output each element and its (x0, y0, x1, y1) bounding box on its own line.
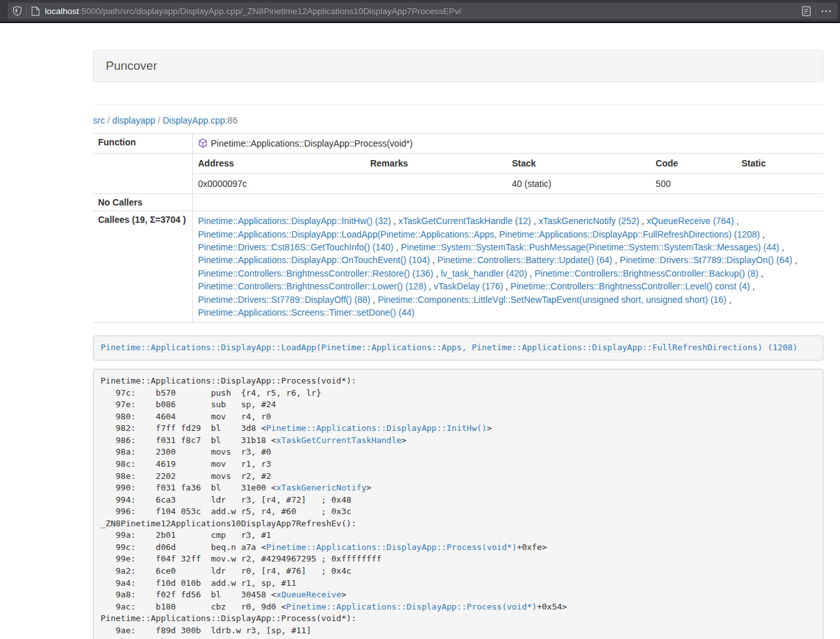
line-number-suffix: :86 (225, 115, 237, 125)
callee-separator: , (793, 255, 798, 265)
highlighted-symbol-box: Pinetime::Applications::DisplayApp::Load… (93, 336, 823, 360)
callee-separator: , (430, 255, 438, 265)
callee-separator: , (760, 229, 765, 239)
package-icon (198, 138, 208, 148)
stats-row: 0x0000097c 40 (static) 500 (193, 174, 823, 193)
callee-link[interactable]: lv_task_handler (420) (441, 268, 527, 279)
table-row: Function Pinetime::Applications::Display… (93, 134, 823, 154)
symbol-link[interactable]: Pinetime::Applications::DisplayApp::Init… (266, 423, 486, 433)
url-bar-divider (26, 5, 27, 17)
callee-link[interactable]: Pinetime::System::SystemTask::PushMessag… (401, 242, 780, 252)
callee-link[interactable]: Pinetime::Controllers::Battery::Update()… (438, 255, 613, 265)
stats-value-address: 0x0000097c (193, 174, 365, 193)
callee-link[interactable]: Pinetime::Drivers::Cst816S::GetTouchInfo… (198, 242, 393, 252)
url-bar-divider (816, 5, 816, 17)
callee-link[interactable]: Pinetime::Applications::DisplayApp::Init… (198, 216, 391, 226)
stats-value-remarks (365, 174, 507, 193)
stats-header-address: Address (193, 154, 365, 174)
callee-link[interactable]: Pinetime::Components::LittleVgl::SetNewT… (378, 295, 727, 305)
callee-separator: , (779, 242, 784, 252)
symbol-link[interactable]: xTaskGetCurrentTaskHandle (276, 435, 402, 445)
callee-separator: , (759, 268, 764, 279)
stats-value-code: 500 (650, 174, 736, 193)
callee-separator: , (531, 216, 539, 226)
callee-separator: , (727, 295, 732, 305)
url-host[interactable]: localhost (45, 6, 79, 16)
url-path[interactable]: :5000/path/src/displayapp/DisplayApp.cpp… (79, 6, 461, 16)
callee-link[interactable]: Pinetime::Controllers::BrightnessControl… (534, 268, 758, 279)
stats-value-static (736, 174, 823, 193)
page-actions-icon[interactable]: ••• (821, 7, 832, 15)
callee-link[interactable]: xQueueReceive (764) (646, 216, 734, 226)
callee-separator: , (503, 281, 511, 291)
breadcrumb-link[interactable]: displayapp (112, 115, 155, 125)
stats-table: Address Remarks Stack Code Static 0x0000… (193, 154, 823, 193)
callee-separator: , (370, 295, 378, 305)
stats-header-code: Code (650, 154, 736, 174)
highlighted-symbol-link[interactable]: Pinetime::Applications::DisplayApp::Load… (101, 343, 798, 352)
reader-mode-icon[interactable] (802, 6, 811, 17)
symbol-link[interactable]: Pinetime::Applications::DisplayApp::Proc… (266, 542, 516, 552)
function-name: Pinetime::Applications::DisplayApp::Proc… (211, 138, 413, 149)
url-bar[interactable]: localhost:5000/path/src/displayapp/Displ… (8, 3, 837, 19)
breadcrumb-link[interactable]: src (93, 115, 105, 125)
app-title-panel: Puncover (93, 50, 823, 82)
callee-link[interactable]: Pinetime::Applications::Screens::Timer::… (198, 307, 415, 318)
table-row: Callees (19, Σ=3704 ) Pinetime::Applicat… (93, 211, 823, 323)
callee-link[interactable]: Pinetime::Controllers::BrightnessControl… (511, 281, 750, 291)
symbol-link[interactable]: xQueueReceive (276, 590, 342, 599)
symbol-link[interactable]: xTaskGenericNotify (276, 483, 366, 492)
callees-label: Callees (19, Σ=3704 ) (93, 211, 193, 323)
empty-label-cell (93, 154, 193, 194)
callee-link[interactable]: Pinetime::Controllers::BrightnessControl… (198, 281, 426, 291)
stats-value-stack: 40 (static) (507, 174, 650, 193)
shield-icon[interactable] (13, 6, 22, 16)
callee-separator: , (391, 216, 399, 226)
horizontal-divider (93, 104, 823, 105)
callee-link[interactable]: Pinetime::Applications::DisplayApp::Load… (198, 229, 760, 239)
callee-separator: , (426, 281, 434, 291)
callee-link[interactable]: Pinetime::Drivers::St7789::DisplayOff() … (198, 295, 370, 305)
disassembly: Pinetime::Applications::DisplayApp::Proc… (93, 369, 823, 639)
callee-link[interactable]: xTaskGetCurrentTaskHandle (12) (399, 216, 531, 226)
symbol-link[interactable]: Pinetime::Applications::DisplayApp::Proc… (286, 602, 537, 611)
function-label: Function (93, 134, 193, 154)
breadcrumb-separator: / (155, 115, 163, 125)
breadcrumb-link[interactable]: DisplayApp.cpp (163, 115, 225, 125)
callee-separator: , (613, 255, 620, 265)
callees-list: Pinetime::Applications::DisplayApp::Init… (193, 211, 824, 323)
callee-separator: , (639, 216, 647, 226)
callee-link[interactable]: Pinetime::Applications::DisplayApp::OnTo… (198, 255, 430, 265)
table-row: No Callers (93, 194, 823, 211)
function-table: Function Pinetime::Applications::Display… (93, 133, 823, 323)
table-row: Address Remarks Stack Code Static 0x0000… (93, 154, 823, 194)
page-content: Puncover src / displayapp / DisplayApp.c… (93, 50, 823, 639)
callee-link[interactable]: vTaskDelay (176) (434, 281, 503, 291)
stats-header-static: Static (736, 154, 823, 174)
stats-header-remarks: Remarks (365, 154, 507, 174)
callee-link[interactable]: Pinetime::Controllers::BrightnessControl… (198, 268, 433, 279)
breadcrumb: src / displayapp / DisplayApp.cpp:86 (93, 114, 823, 127)
breadcrumb-separator: / (105, 115, 113, 125)
url-text[interactable]: localhost:5000/path/src/displayapp/Displ… (45, 6, 802, 16)
no-callers-label: No Callers (93, 194, 193, 211)
browser-toolbar: localhost:5000/path/src/displayapp/Displ… (0, 0, 840, 23)
page-info-icon[interactable] (31, 6, 40, 16)
callee-separator: , (527, 268, 535, 279)
callee-separator: , (734, 216, 739, 226)
callee-link[interactable]: Pinetime::Drivers::St7789::DisplayOn() (… (620, 255, 792, 265)
callee-link[interactable]: xTaskGenericNotify (252) (538, 216, 639, 226)
callee-separator: , (393, 242, 401, 252)
stats-header-stack: Stack (507, 154, 650, 174)
callee-separator: , (750, 281, 755, 291)
page-title: Puncover (106, 59, 157, 72)
callee-separator: , (433, 268, 441, 279)
